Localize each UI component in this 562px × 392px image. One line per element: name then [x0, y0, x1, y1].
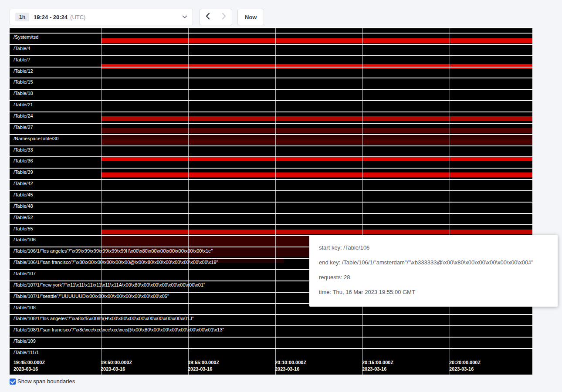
x-axis-tick: 20:15:00.000Z2023-03-16 [362, 359, 393, 372]
next-range-button[interactable] [216, 9, 232, 25]
row-label: /Table/107 [14, 271, 36, 277]
span-boundary-line [10, 55, 532, 56]
span-boundary-line [10, 202, 532, 203]
toolbar: 1h 19:24 - 20:24 (UTC) Now [0, 0, 562, 27]
x-axis-tick-date: 2023-03-16 [449, 366, 481, 372]
span-boundary-line [10, 337, 532, 338]
span-boundary-line [10, 213, 532, 214]
x-axis-tick-time: 19:45:00.000Z [14, 359, 45, 366]
tooltip-requests: requests: 28 [319, 274, 548, 281]
time-gridline [101, 27, 102, 375]
now-button[interactable]: Now [237, 9, 264, 25]
row-label: /Table/106 [14, 237, 36, 243]
span-boundary-line [10, 190, 532, 191]
row-label: /Table/111/1 [14, 350, 39, 355]
row-label: /Table/106/1/"los angeles"/"\x99\x99\x99… [14, 248, 213, 254]
row-label: /Table/108/1/"los angeles"/"\xa8\xf5\u00… [14, 316, 194, 321]
show-span-boundaries-checkbox[interactable] [10, 378, 16, 385]
span-boundary-line [10, 123, 532, 124]
span-boundary-line [10, 325, 532, 326]
heatmap-band[interactable] [101, 172, 532, 177]
time-gridline [362, 27, 363, 375]
x-axis-tick: 19:50:00.000Z2023-03-16 [101, 359, 132, 372]
row-label: /Table/21 [14, 102, 33, 108]
x-axis-tick-date: 2023-03-16 [275, 366, 306, 372]
x-axis-tick-time: 20:20:00.000Z [449, 359, 481, 366]
x-axis-tick-time: 19:50:00.000Z [101, 359, 132, 366]
row-label: /Table/27 [14, 125, 33, 130]
span-boundary-line [10, 112, 532, 112]
x-axis-tick-time: 20:15:00.000Z [362, 359, 393, 366]
tooltip-start-key: start key: /Table/106 [319, 244, 548, 252]
span-boundary-line [10, 224, 532, 225]
key-visualizer-page: 1h 19:24 - 20:24 (UTC) Now start key: /T… [0, 0, 562, 392]
row-label: /Table/39 [14, 169, 33, 175]
row-label: /Table/33 [14, 147, 33, 153]
footer: Show span boundaries [10, 378, 75, 385]
time-gridline [275, 27, 276, 375]
x-axis-tick-time: 20:10:00.000Z [275, 359, 306, 366]
row-label: /Table/18 [14, 91, 33, 96]
row-label: /Table/107/1/"new york"/"\x11\x11\x11\x1… [14, 282, 205, 288]
span-boundary-line [10, 134, 532, 135]
x-axis-tick-date: 2023-03-16 [362, 366, 393, 372]
x-axis-tick: 20:20:00.000Z2023-03-16 [449, 359, 481, 372]
heatmap-band[interactable] [101, 128, 532, 133]
chevron-left-icon [206, 13, 210, 21]
span-boundary-line [10, 78, 532, 78]
time-gridline [188, 27, 189, 375]
x-axis-tick: 19:55:00.000Z2023-03-16 [188, 359, 219, 372]
row-label: /Table/107/1/"seattle"/"UUUUUUD\x00\x80\… [14, 294, 169, 299]
row-label: /Table/109 [14, 338, 36, 344]
span-boundary-line [10, 27, 532, 28]
heatmap-band[interactable] [101, 230, 532, 234]
heatmap-band[interactable] [101, 38, 532, 43]
span-boundary-line [10, 179, 532, 180]
span-boundary-line [10, 67, 532, 68]
chevron-right-icon [222, 13, 226, 21]
keyvis-canvas[interactable]: start key: /Table/106 end key: /Table/10… [10, 27, 532, 375]
show-span-boundaries-label: Show span boundaries [17, 378, 75, 385]
row-label: /Table/45 [14, 192, 33, 198]
span-boundary-line [10, 33, 532, 34]
row-label: /Table/15 [14, 79, 33, 85]
x-axis-tick-date: 2023-03-16 [101, 366, 132, 372]
chevron-down-icon [182, 15, 187, 19]
x-axis-tick-date: 2023-03-16 [14, 366, 45, 372]
heatmap-band[interactable] [101, 157, 532, 161]
heatmap-band[interactable] [101, 116, 532, 121]
tooltip-end-key: end key: /Table/106/1/"amsterdam"/"\xb33… [319, 259, 548, 267]
row-label: /Table/24 [14, 113, 33, 119]
row-label: /Table/4 [14, 46, 30, 51]
keyvis-tooltip: start key: /Table/106 end key: /Table/10… [309, 235, 558, 307]
row-label: /System/tsd [14, 34, 38, 40]
x-axis-tick-time: 19:55:00.000Z [188, 359, 219, 366]
row-label: /Table/36 [14, 158, 33, 164]
prev-range-button[interactable] [200, 9, 216, 25]
span-boundary-line [10, 145, 532, 146]
row-label: /Table/42 [14, 181, 33, 186]
time-range-selector[interactable]: 1h 19:24 - 20:24 (UTC) [10, 9, 193, 25]
row-label: /Table/55 [14, 226, 33, 232]
x-axis-tick-date: 2023-03-16 [188, 366, 219, 372]
time-range-label: 19:24 - 20:24 [34, 14, 68, 20]
timezone-label: (UTC) [70, 14, 85, 20]
heatmap-band[interactable] [101, 139, 532, 145]
tooltip-time: time: Thu, 16 Mar 2023 19:55:00 GMT [319, 288, 548, 296]
row-label: /Table/108 [14, 305, 36, 311]
row-label: /NamespaceTable/30 [14, 136, 58, 142]
x-axis-tick: 20:10:00.000Z2023-03-16 [275, 359, 306, 372]
span-boundary-line [10, 89, 532, 90]
row-label: /Table/108/1/"san francisco"/"\x8c\xcc\x… [14, 327, 224, 333]
row-label: /Table/52 [14, 215, 33, 220]
span-boundary-line [10, 100, 532, 101]
time-preset-badge: 1h [15, 13, 29, 21]
span-boundary-line [10, 44, 532, 45]
row-label: /Table/7 [14, 57, 30, 63]
span-boundary-line [10, 348, 532, 349]
span-boundary-line [10, 156, 532, 157]
span-boundary-line [10, 168, 532, 169]
x-axis-tick: 19:45:00.000Z2023-03-16 [14, 359, 45, 372]
span-boundary-line [10, 314, 532, 315]
time-gridline [450, 27, 450, 375]
